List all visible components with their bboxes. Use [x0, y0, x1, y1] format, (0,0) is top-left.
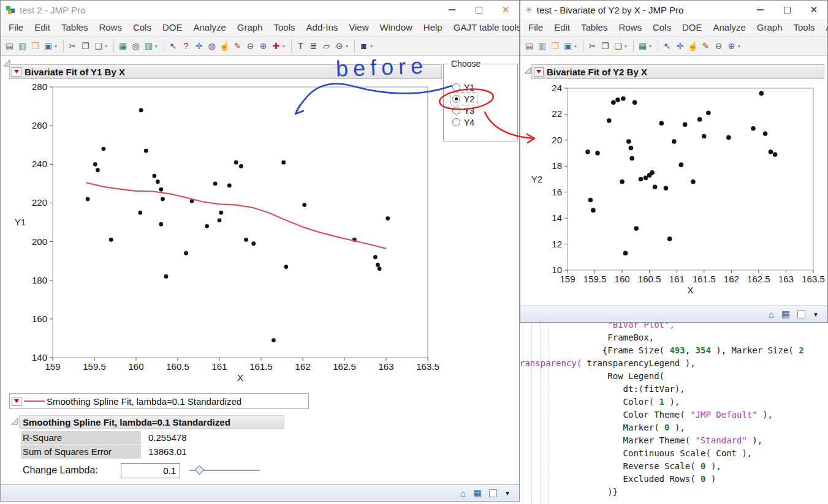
save-icon[interactable]: ▣	[561, 39, 574, 53]
toolbar-dropdown-caret-icon[interactable]: ▾	[625, 43, 629, 49]
disclosure-triangle-icon[interactable]	[524, 67, 531, 74]
menu-gajt-table-tools[interactable]: GAJT table tools	[448, 19, 527, 36]
arrow-cursor-icon[interactable]: ↖	[167, 39, 180, 53]
menu-edit[interactable]: Edit	[29, 19, 56, 36]
menu-tools[interactable]: Tools	[788, 19, 821, 36]
menu-analyze[interactable]: Analyze	[707, 19, 751, 36]
grabber-hand-icon[interactable]: ☝	[686, 39, 699, 53]
zoom-out-icon[interactable]: ⊖	[712, 39, 725, 53]
radio-button-icon[interactable]	[452, 118, 460, 126]
toolbar-dropdown-caret-icon[interactable]: ▾	[155, 43, 160, 49]
menu-edit[interactable]: Edit	[549, 19, 575, 36]
radio-option-y2[interactable]: Y2	[451, 93, 477, 105]
new-script-icon[interactable]: ▥	[16, 39, 29, 53]
menu-doe[interactable]: DOE	[157, 19, 188, 36]
help-icon[interactable]: ?	[180, 39, 192, 53]
menu-window[interactable]: Window	[374, 19, 418, 36]
home-icon[interactable]: ⌂	[769, 309, 774, 320]
zoom-out-icon[interactable]: ⊖	[244, 39, 257, 53]
annotate-lines-icon[interactable]: ≣	[307, 39, 320, 53]
maximize-icon[interactable]	[465, 1, 492, 19]
zoom-in-icon[interactable]: ⊕	[725, 39, 738, 53]
menu-tables[interactable]: Tables	[575, 19, 613, 36]
menu-file[interactable]: File	[523, 19, 549, 36]
arrow-cursor-icon[interactable]: ↖	[661, 39, 674, 53]
save-icon[interactable]: ▣	[42, 39, 55, 53]
menu-cols[interactable]: Cols	[647, 19, 677, 36]
lambda-slider[interactable]	[189, 465, 260, 476]
disclosure-triangle-icon[interactable]	[11, 418, 18, 425]
window-grid-icon[interactable]: ▦	[781, 309, 790, 320]
radio-option-y4[interactable]: Y4	[451, 116, 477, 128]
close-icon[interactable]: ✕	[492, 1, 519, 19]
open-file-icon[interactable]: ❒	[549, 39, 561, 53]
red-triangle-menu-icon[interactable]	[12, 397, 21, 406]
toolbar-dropdown-caret-icon[interactable]: ▾	[346, 43, 351, 49]
data-filter-box-icon[interactable]	[489, 489, 497, 497]
zoom-in-icon[interactable]: ⊕	[257, 39, 270, 53]
copy-icon[interactable]: ❐	[599, 39, 612, 53]
menu-doe[interactable]: DOE	[677, 19, 708, 36]
script-editor[interactable]: "Bivar Plot", FrameBox, {Frame Size( 493…	[520, 323, 828, 504]
annotate-polygon-icon[interactable]: ▱	[320, 39, 333, 53]
dropdown-icon[interactable]: ▼	[504, 490, 511, 497]
radio-button-icon[interactable]	[452, 83, 460, 91]
scatter-plot-y2[interactable]: 1012141618202224159159.5160160.5161161.5…	[520, 79, 828, 303]
grabber-hand-icon[interactable]: ☝	[218, 39, 231, 53]
toolbar-dropdown-caret-icon[interactable]: ▾	[574, 43, 579, 49]
radio-option-y1[interactable]: Y1	[451, 81, 477, 93]
radio-button-icon[interactable]	[452, 107, 460, 115]
window-grid-icon[interactable]: ▦	[473, 487, 482, 498]
close-icon[interactable]: ✕	[800, 1, 827, 19]
menu-rows[interactable]: Rows	[93, 19, 127, 36]
menu-ad[interactable]: Ad	[821, 19, 828, 36]
radio-option-y3[interactable]: Y3	[451, 105, 477, 116]
menu-graph[interactable]: Graph	[751, 19, 788, 36]
cut-icon[interactable]: ✂	[66, 39, 79, 53]
scatter-plot-y1[interactable]: 140160180200220240260280159159.5160160.5…	[1, 79, 457, 391]
paste-icon[interactable]: ❑	[612, 39, 625, 53]
slider-thumb[interactable]	[195, 465, 205, 475]
brush-icon[interactable]: ✎	[231, 39, 244, 53]
menu-rows[interactable]: Rows	[613, 19, 647, 36]
crosshair-plus-icon[interactable]: ✚	[270, 39, 283, 53]
radio-button-icon[interactable]	[452, 95, 460, 103]
menu-file[interactable]: File	[3, 19, 29, 36]
minimize-icon[interactable]	[746, 1, 773, 19]
spline-section-header[interactable]: Smoothing Spline Fit, lambda=0.1 Standar…	[19, 415, 284, 429]
data-filter-box-icon[interactable]	[797, 310, 805, 318]
right-titlebar[interactable]: ✳ test - Bivariate of Y2 by X - JMP Pro …	[520, 1, 827, 19]
menu-tools[interactable]: Tools	[268, 19, 301, 36]
brush-icon[interactable]: ✎	[699, 39, 712, 53]
globe-icon[interactable]: ◍	[205, 39, 218, 53]
gajt-tool-icon[interactable]: ◙	[357, 39, 370, 53]
toolbar-dropdown-caret-icon[interactable]: ▾	[283, 43, 287, 49]
data-table-icon[interactable]: ▦	[116, 39, 129, 53]
red-triangle-menu-icon[interactable]	[534, 67, 544, 77]
minimize-icon[interactable]	[438, 1, 465, 19]
toolbar-dropdown-caret-icon[interactable]: ▾	[105, 43, 110, 49]
data-table-icon[interactable]: ▦	[636, 39, 649, 53]
plot-frame[interactable]	[568, 88, 813, 270]
copy-icon[interactable]: ❐	[79, 39, 92, 53]
menu-add-ins[interactable]: Add-Ins	[301, 19, 344, 36]
lambda-input[interactable]	[121, 463, 180, 478]
menu-graph[interactable]: Graph	[232, 19, 268, 36]
menu-analyze[interactable]: Analyze	[188, 19, 231, 36]
open-file-icon[interactable]: ❒	[29, 39, 42, 53]
cut-icon[interactable]: ✂	[586, 39, 599, 53]
menu-tables[interactable]: Tables	[56, 19, 93, 36]
paste-icon[interactable]: ❑	[92, 39, 105, 53]
dropdown-icon[interactable]: ▼	[813, 311, 819, 318]
toolbar-dropdown-caret-icon[interactable]: ▾	[55, 43, 59, 49]
menu-view[interactable]: View	[343, 19, 374, 36]
new-journal-icon[interactable]: ▤	[523, 39, 536, 53]
annotate-text-icon[interactable]: T	[294, 39, 307, 53]
new-journal-icon[interactable]: ▤	[3, 39, 16, 53]
plot-frame[interactable]	[53, 87, 428, 358]
left-titlebar[interactable]: test 2 - JMP Pro ✕	[1, 1, 519, 19]
window-layout-icon[interactable]: ▥	[142, 39, 155, 53]
maximize-icon[interactable]	[773, 1, 800, 19]
toolbar-dropdown-caret-icon[interactable]: ▾	[649, 43, 654, 49]
mover-icon[interactable]: ✛	[674, 39, 686, 53]
